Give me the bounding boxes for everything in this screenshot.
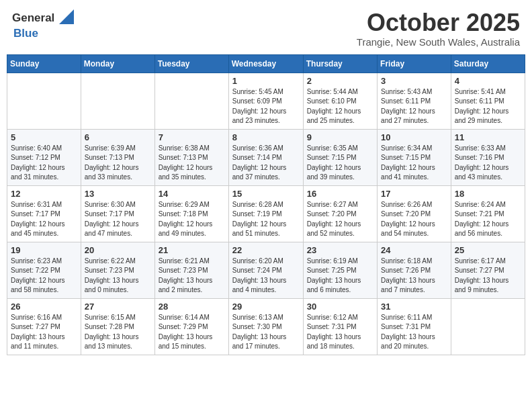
calendar-cell: 11Sunrise: 6:33 AM Sunset: 7:16 PM Dayli…: [451, 129, 525, 185]
day-info: Sunrise: 5:41 AM Sunset: 6:11 PM Dayligh…: [455, 87, 521, 126]
day-number: 14: [159, 189, 225, 199]
day-info: Sunrise: 5:45 AM Sunset: 6:09 PM Dayligh…: [232, 87, 300, 126]
day-info: Sunrise: 6:27 AM Sunset: 7:20 PM Dayligh…: [307, 200, 373, 239]
calendar-week-row: 19Sunrise: 6:23 AM Sunset: 7:22 PM Dayli…: [7, 242, 525, 298]
svg-marker-0: [59, 9, 74, 24]
calendar-cell: 30Sunrise: 6:12 AM Sunset: 7:31 PM Dayli…: [303, 298, 377, 355]
calendar-cell: 20Sunrise: 6:22 AM Sunset: 7:23 PM Dayli…: [81, 242, 154, 298]
calendar-table: SundayMondayTuesdayWednesdayThursdayFrid…: [7, 54, 525, 355]
day-info: Sunrise: 6:21 AM Sunset: 7:23 PM Dayligh…: [159, 257, 225, 295]
day-info: Sunrise: 6:40 AM Sunset: 7:12 PM Dayligh…: [11, 144, 77, 183]
calendar-cell: 27Sunrise: 6:15 AM Sunset: 7:28 PM Dayli…: [81, 298, 154, 355]
day-info: Sunrise: 6:23 AM Sunset: 7:22 PM Dayligh…: [11, 257, 77, 295]
calendar-cell: 23Sunrise: 6:19 AM Sunset: 7:25 PM Dayli…: [303, 242, 377, 298]
calendar-cell: [451, 298, 525, 355]
day-number: 2: [307, 76, 373, 86]
calendar-cell: 21Sunrise: 6:21 AM Sunset: 7:23 PM Dayli…: [154, 242, 228, 298]
col-header-sunday: Sunday: [7, 54, 81, 73]
logo: General Blue: [12, 9, 75, 40]
calendar-cell: 9Sunrise: 6:35 AM Sunset: 7:15 PM Daylig…: [303, 129, 377, 185]
day-info: Sunrise: 6:22 AM Sunset: 7:23 PM Dayligh…: [85, 257, 151, 295]
calendar-cell: 19Sunrise: 6:23 AM Sunset: 7:22 PM Dayli…: [7, 242, 81, 298]
calendar-cell: 6Sunrise: 6:39 AM Sunset: 7:13 PM Daylig…: [81, 129, 154, 185]
day-number: 19: [11, 245, 77, 255]
day-number: 12: [11, 189, 77, 199]
calendar-cell: 13Sunrise: 6:30 AM Sunset: 7:17 PM Dayli…: [81, 185, 154, 242]
day-info: Sunrise: 6:30 AM Sunset: 7:17 PM Dayligh…: [85, 200, 151, 239]
day-number: 13: [85, 189, 151, 199]
calendar-cell: 5Sunrise: 6:40 AM Sunset: 7:12 PM Daylig…: [7, 129, 81, 185]
col-header-tuesday: Tuesday: [154, 54, 228, 73]
day-info: Sunrise: 6:28 AM Sunset: 7:19 PM Dayligh…: [232, 200, 300, 239]
calendar-cell: 14Sunrise: 6:29 AM Sunset: 7:18 PM Dayli…: [154, 185, 228, 242]
logo-general: General: [12, 11, 54, 25]
day-number: 30: [307, 302, 373, 312]
day-info: Sunrise: 6:24 AM Sunset: 7:21 PM Dayligh…: [455, 200, 521, 239]
calendar-cell: 29Sunrise: 6:13 AM Sunset: 7:30 PM Dayli…: [228, 298, 303, 355]
day-info: Sunrise: 6:38 AM Sunset: 7:13 PM Dayligh…: [159, 144, 225, 183]
calendar-cell: 26Sunrise: 6:16 AM Sunset: 7:27 PM Dayli…: [7, 298, 81, 355]
calendar-cell: 28Sunrise: 6:14 AM Sunset: 7:29 PM Dayli…: [154, 298, 228, 355]
day-info: Sunrise: 6:33 AM Sunset: 7:16 PM Dayligh…: [455, 144, 521, 183]
day-number: 18: [455, 189, 521, 199]
calendar-cell: 24Sunrise: 6:18 AM Sunset: 7:26 PM Dayli…: [378, 242, 451, 298]
calendar-cell: 10Sunrise: 6:34 AM Sunset: 7:15 PM Dayli…: [378, 129, 451, 185]
day-info: Sunrise: 6:12 AM Sunset: 7:31 PM Dayligh…: [307, 313, 373, 352]
day-number: 23: [307, 245, 373, 255]
day-number: 10: [381, 132, 447, 142]
day-info: Sunrise: 5:43 AM Sunset: 6:11 PM Dayligh…: [381, 87, 447, 126]
calendar-cell: [81, 73, 154, 129]
day-info: Sunrise: 6:14 AM Sunset: 7:29 PM Dayligh…: [159, 313, 225, 352]
day-number: 3: [381, 76, 447, 86]
day-number: 8: [232, 132, 300, 142]
calendar-week-row: 1Sunrise: 5:45 AM Sunset: 6:09 PM Daylig…: [7, 73, 525, 129]
calendar-cell: 2Sunrise: 5:44 AM Sunset: 6:10 PM Daylig…: [303, 73, 377, 129]
col-header-thursday: Thursday: [303, 54, 377, 73]
day-number: 24: [381, 245, 447, 255]
calendar-cell: 18Sunrise: 6:24 AM Sunset: 7:21 PM Dayli…: [451, 185, 525, 242]
col-header-monday: Monday: [81, 54, 154, 73]
month-title: October 2025: [357, 9, 520, 36]
day-info: Sunrise: 6:18 AM Sunset: 7:26 PM Dayligh…: [381, 257, 447, 295]
day-info: Sunrise: 5:44 AM Sunset: 6:10 PM Dayligh…: [307, 87, 373, 126]
day-info: Sunrise: 6:39 AM Sunset: 7:13 PM Dayligh…: [85, 144, 151, 183]
logo-blue: Blue: [13, 27, 38, 40]
calendar-cell: 8Sunrise: 6:36 AM Sunset: 7:14 PM Daylig…: [228, 129, 303, 185]
calendar-cell: 31Sunrise: 6:11 AM Sunset: 7:31 PM Dayli…: [378, 298, 451, 355]
day-info: Sunrise: 6:16 AM Sunset: 7:27 PM Dayligh…: [11, 313, 77, 352]
day-number: 7: [159, 132, 225, 142]
day-info: Sunrise: 6:17 AM Sunset: 7:27 PM Dayligh…: [455, 257, 521, 295]
day-number: 20: [85, 245, 151, 255]
day-number: 21: [159, 245, 225, 255]
calendar-cell: [154, 73, 228, 129]
title-area: October 2025 Trangie, New South Wales, A…: [357, 9, 520, 48]
day-info: Sunrise: 6:11 AM Sunset: 7:31 PM Dayligh…: [381, 313, 447, 352]
day-info: Sunrise: 6:36 AM Sunset: 7:14 PM Dayligh…: [232, 144, 300, 183]
day-number: 15: [232, 189, 300, 199]
col-header-wednesday: Wednesday: [228, 54, 303, 73]
day-info: Sunrise: 6:31 AM Sunset: 7:17 PM Dayligh…: [11, 200, 77, 239]
day-info: Sunrise: 6:15 AM Sunset: 7:28 PM Dayligh…: [85, 313, 151, 352]
calendar-week-row: 12Sunrise: 6:31 AM Sunset: 7:17 PM Dayli…: [7, 185, 525, 242]
col-header-saturday: Saturday: [451, 54, 525, 73]
calendar-cell: 22Sunrise: 6:20 AM Sunset: 7:24 PM Dayli…: [228, 242, 303, 298]
calendar-header-row: SundayMondayTuesdayWednesdayThursdayFrid…: [7, 54, 525, 73]
calendar-week-row: 26Sunrise: 6:16 AM Sunset: 7:27 PM Dayli…: [7, 298, 525, 355]
day-info: Sunrise: 6:29 AM Sunset: 7:18 PM Dayligh…: [159, 200, 225, 239]
day-number: 31: [381, 302, 447, 312]
day-info: Sunrise: 6:34 AM Sunset: 7:15 PM Dayligh…: [381, 144, 447, 183]
col-header-friday: Friday: [378, 54, 451, 73]
calendar-cell: 16Sunrise: 6:27 AM Sunset: 7:20 PM Dayli…: [303, 185, 377, 242]
day-number: 26: [11, 302, 77, 312]
day-info: Sunrise: 6:13 AM Sunset: 7:30 PM Dayligh…: [232, 313, 300, 352]
day-info: Sunrise: 6:20 AM Sunset: 7:24 PM Dayligh…: [232, 257, 300, 295]
location-title: Trangie, New South Wales, Australia: [357, 36, 520, 48]
day-number: 6: [85, 132, 151, 142]
calendar-cell: 3Sunrise: 5:43 AM Sunset: 6:11 PM Daylig…: [378, 73, 451, 129]
day-number: 25: [455, 245, 521, 255]
day-number: 4: [455, 76, 521, 86]
calendar-cell: 7Sunrise: 6:38 AM Sunset: 7:13 PM Daylig…: [154, 129, 228, 185]
day-number: 22: [232, 245, 300, 255]
logo-icon: [55, 9, 74, 24]
calendar-cell: 25Sunrise: 6:17 AM Sunset: 7:27 PM Dayli…: [451, 242, 525, 298]
